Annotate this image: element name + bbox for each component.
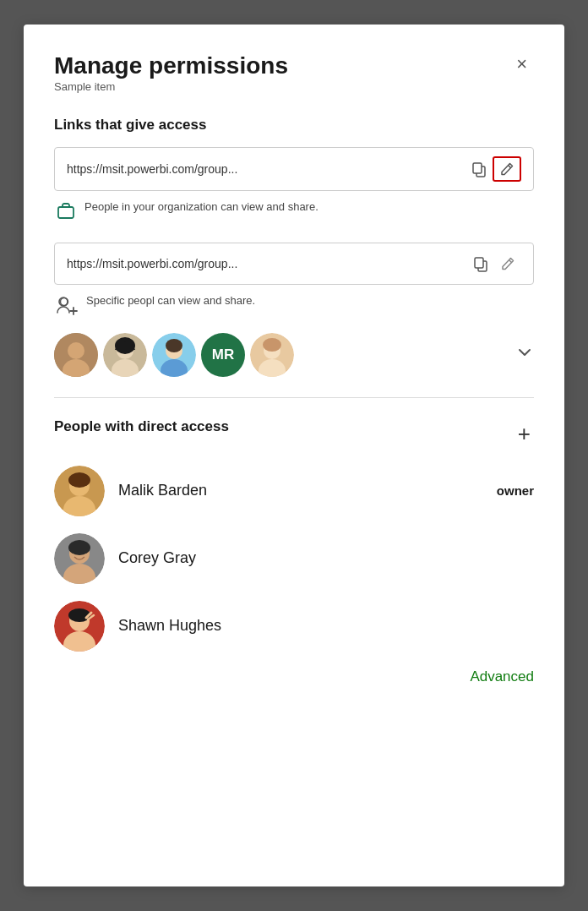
person-name-shawn: Shawn Hughes: [118, 617, 534, 635]
link-desc-text-1: People in your organization can view and…: [84, 199, 318, 215]
person-name-malik: Malik Barden: [118, 482, 483, 499]
link-desc-1: People in your organization can view and…: [54, 199, 534, 226]
section-divider: [54, 397, 534, 398]
copy-button-2[interactable]: [467, 252, 494, 275]
advanced-link-container: Advanced: [54, 668, 534, 685]
title-text: Manage permissions: [54, 52, 288, 80]
avatar-2: [103, 333, 147, 377]
malik-avatar-face: [54, 466, 105, 516]
corey-avatar-face: [54, 533, 105, 584]
expand-avatars-button[interactable]: [515, 343, 534, 366]
advanced-button[interactable]: Advanced: [470, 668, 534, 685]
avatars-row: MR: [54, 333, 534, 377]
person-row-corey: Corey Gray: [54, 533, 534, 584]
panel-title: Manage permissions Sample item: [54, 52, 288, 113]
edit-button-2[interactable]: [494, 252, 521, 275]
svg-point-19: [166, 339, 182, 352]
svg-point-10: [68, 342, 84, 359]
avatar-face-1: [54, 333, 98, 377]
direct-access-heading: People with direct access: [54, 418, 229, 435]
avatar-1: [54, 333, 98, 377]
avatar-mr: MR: [201, 333, 245, 377]
link-row-1: https://msit.powerbi.com/group...: [54, 147, 534, 191]
svg-rect-4: [475, 258, 483, 268]
panel-header: Manage permissions Sample item ×: [54, 52, 534, 113]
svg-point-6: [61, 297, 68, 305]
svg-point-31: [68, 540, 90, 555]
manage-permissions-panel: Manage permissions Sample item × Links t…: [24, 25, 564, 886]
links-heading: Links that give access: [54, 117, 534, 134]
link-desc-2: Specific peopl can view and share.: [54, 293, 534, 321]
avatar-face-3: [152, 333, 196, 377]
copy-button-1[interactable]: [466, 157, 493, 181]
svg-point-23: [263, 338, 281, 352]
link-url-2: https://msit.powerbi.com/group...: [67, 257, 467, 270]
edit-icon-2: [499, 255, 516, 272]
owner-badge-malik: owner: [497, 483, 534, 498]
avatar-malik: [54, 466, 105, 516]
chevron-down-icon: [515, 343, 534, 362]
svg-rect-1: [473, 163, 482, 173]
person-name-corey: Corey Gray: [118, 549, 534, 567]
subtitle-text: Sample item: [54, 80, 288, 93]
close-button[interactable]: ×: [509, 52, 534, 77]
link-url-1: https://msit.powerbi.com/group...: [67, 162, 466, 176]
avatar-corey: [54, 533, 105, 584]
add-person-button[interactable]: +: [514, 423, 534, 445]
direct-access-section: People with direct access + Malik Barden…: [54, 418, 534, 685]
avatar-face-2: [103, 333, 147, 377]
avatar-3: [152, 333, 196, 377]
people-add-icon: [56, 294, 78, 321]
direct-access-header: People with direct access +: [54, 418, 534, 449]
copy-icon-1: [471, 161, 487, 177]
person-row-malik: Malik Barden owner: [54, 466, 534, 516]
edit-button-1[interactable]: [493, 156, 521, 182]
avatar-shawn: [54, 601, 105, 652]
shawn-avatar-face: [54, 601, 105, 652]
edit-icon-1: [498, 161, 515, 177]
avatar-5: [250, 333, 294, 377]
avatar-face-5: [250, 333, 294, 377]
person-row-shawn: Shawn Hughes: [54, 601, 534, 652]
svg-rect-2: [58, 207, 74, 218]
link-row-2: https://msit.powerbi.com/group...: [54, 243, 534, 285]
svg-point-27: [68, 472, 90, 488]
links-section: Links that give access https://msit.powe…: [54, 117, 534, 377]
briefcase-icon: [56, 200, 76, 226]
copy-icon-2: [472, 255, 489, 272]
link-desc-text-2: Specific peopl can view and share.: [86, 293, 255, 308]
